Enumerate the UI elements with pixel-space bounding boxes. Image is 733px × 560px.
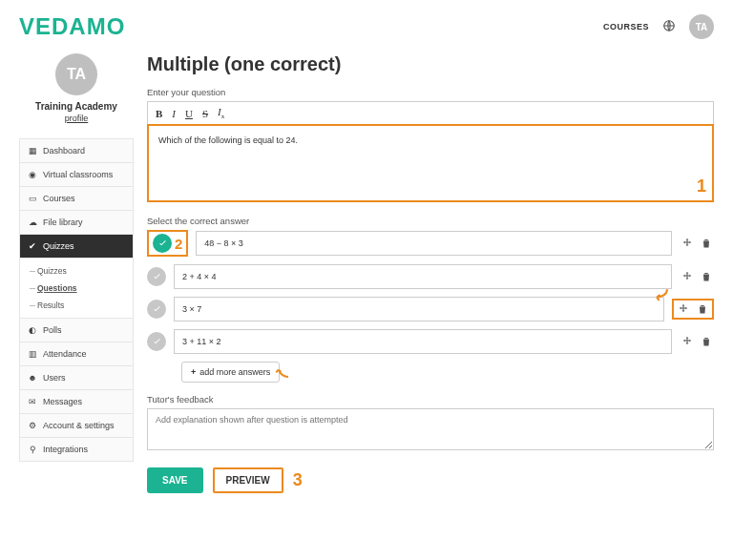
sidebar-item-label: Attendance bbox=[43, 349, 87, 359]
check-icon: ✔ bbox=[28, 241, 37, 251]
sidebar-item-label: Virtual classrooms bbox=[43, 170, 113, 179]
trash-icon[interactable] bbox=[699, 236, 714, 251]
courses-link[interactable]: COURSES bbox=[603, 22, 649, 31]
sidebar-sub-questions[interactable]: Questions bbox=[37, 280, 133, 297]
grid-icon: ▦ bbox=[28, 146, 37, 156]
plus-icon: + bbox=[191, 367, 196, 377]
answer-row: 3 + 11 × 2 bbox=[147, 329, 714, 354]
save-button[interactable]: SAVE bbox=[147, 467, 203, 493]
sidebar-item-label: Polls bbox=[43, 325, 62, 335]
annotation-2-box: 2 bbox=[147, 230, 188, 257]
trash-icon[interactable] bbox=[699, 269, 714, 284]
sidebar-item-account-settings[interactable]: ⚙Account & settings bbox=[20, 414, 133, 438]
move-icon[interactable] bbox=[680, 236, 695, 251]
clear-format-button[interactable]: Ix bbox=[216, 106, 226, 120]
sidebar-item-users[interactable]: ☻Users bbox=[20, 366, 133, 390]
answer-row: 3 × 7 bbox=[147, 297, 714, 321]
sidebar-item-integrations[interactable]: ⚲Integrations bbox=[20, 438, 133, 462]
org-name: Training Academy bbox=[19, 101, 134, 112]
add-more-answers-button[interactable]: +add more answers bbox=[181, 362, 280, 383]
answer-label: Select the correct answer bbox=[147, 216, 714, 226]
play-icon: ◉ bbox=[28, 170, 37, 179]
globe-icon[interactable] bbox=[662, 19, 676, 35]
italic-button[interactable]: I bbox=[170, 108, 178, 119]
page-title: Multiple (one correct) bbox=[147, 53, 714, 75]
sidebar-item-courses[interactable]: ▭Courses bbox=[20, 187, 133, 211]
cloud-icon: ☁ bbox=[28, 218, 37, 227]
bold-button[interactable]: B bbox=[154, 108, 164, 119]
answer-row: 2 + 4 × 4 bbox=[147, 264, 714, 289]
question-editor[interactable]: Which of the following is equal to 24. bbox=[147, 124, 714, 202]
annotation-3: 3 bbox=[293, 470, 303, 490]
annotation-1: 1 bbox=[697, 176, 706, 197]
sidebar-item-label: Integrations bbox=[43, 445, 88, 454]
org-avatar: TA bbox=[55, 53, 97, 95]
sidebar-item-polls[interactable]: ◐Polls bbox=[20, 319, 133, 342]
sidebar-menu: ▦Dashboard ◉Virtual classrooms ▭Courses … bbox=[19, 138, 134, 462]
profile-link[interactable]: profile bbox=[19, 114, 134, 123]
add-more-label: add more answers bbox=[199, 367, 270, 377]
book-icon: ▭ bbox=[28, 194, 37, 203]
app-logo: VEDAMO bbox=[19, 13, 125, 40]
sidebar-item-dashboard[interactable]: ▦Dashboard bbox=[20, 139, 133, 163]
preview-button[interactable]: PREVIEW bbox=[213, 467, 283, 493]
annotation-2: 2 bbox=[175, 236, 182, 252]
users-icon: ☻ bbox=[28, 373, 37, 383]
answer-input[interactable]: 3 × 7 bbox=[174, 297, 664, 321]
move-icon[interactable] bbox=[680, 334, 695, 349]
answer-input[interactable]: 48 − 8 × 3 bbox=[196, 231, 672, 256]
sidebar-item-label: Courses bbox=[43, 194, 75, 203]
question-label: Enter your question bbox=[147, 87, 714, 97]
sidebar-item-label: File library bbox=[43, 218, 83, 227]
sidebar-item-label: Messages bbox=[43, 397, 82, 406]
feedback-textarea[interactable] bbox=[147, 408, 714, 450]
move-icon[interactable] bbox=[680, 269, 695, 284]
underline-button[interactable]: U bbox=[183, 108, 195, 119]
chart-icon: ◐ bbox=[28, 325, 37, 335]
correct-toggle[interactable] bbox=[147, 267, 166, 286]
strike-button[interactable]: S bbox=[200, 108, 210, 119]
sidebar-item-messages[interactable]: ✉Messages bbox=[20, 390, 133, 414]
trash-icon[interactable] bbox=[695, 301, 710, 317]
feedback-label: Tutor's feedback bbox=[147, 394, 714, 404]
sidebar-item-virtual-classrooms[interactable]: ◉Virtual classrooms bbox=[20, 163, 133, 187]
sidebar-item-attendance[interactable]: ▥Attendance bbox=[20, 342, 133, 366]
answer-input[interactable]: 3 + 11 × 2 bbox=[174, 329, 672, 354]
move-icon[interactable] bbox=[676, 301, 691, 317]
trash-icon[interactable] bbox=[699, 334, 714, 349]
mail-icon: ✉ bbox=[28, 397, 37, 406]
answer-row: 2 48 − 8 × 3 bbox=[147, 230, 714, 257]
correct-toggle[interactable] bbox=[147, 332, 166, 351]
sidebar-item-label: Users bbox=[43, 373, 66, 383]
sidebar-item-quizzes[interactable]: ✔Quizzes bbox=[20, 235, 133, 259]
correct-toggle[interactable] bbox=[153, 234, 172, 253]
editor-toolbar: B I U S Ix bbox=[147, 101, 714, 124]
sidebar-sub-quizzes[interactable]: Quizzes bbox=[37, 262, 133, 280]
gear-icon: ⚙ bbox=[28, 421, 37, 430]
calendar-icon: ▥ bbox=[28, 349, 37, 359]
correct-toggle[interactable] bbox=[147, 300, 166, 319]
sidebar-item-file-library[interactable]: ☁File library bbox=[20, 211, 133, 235]
user-avatar[interactable]: TA bbox=[689, 14, 714, 39]
sidebar-sub-results[interactable]: Results bbox=[37, 297, 133, 314]
sidebar-item-label: Quizzes bbox=[43, 241, 74, 251]
sidebar-item-label: Dashboard bbox=[43, 146, 85, 156]
plug-icon: ⚲ bbox=[28, 445, 37, 454]
answer-input[interactable]: 2 + 4 × 4 bbox=[174, 264, 672, 289]
sidebar-item-label: Account & settings bbox=[43, 421, 115, 430]
